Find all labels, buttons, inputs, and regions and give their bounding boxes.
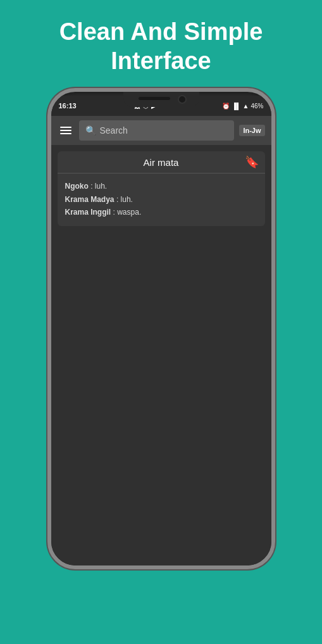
search-icon: 🔍 bbox=[85, 125, 96, 136]
word-title: Air mata bbox=[128, 157, 194, 168]
app-logo: In-Jw bbox=[239, 125, 264, 136]
menu-line-2 bbox=[60, 130, 71, 131]
label-krama-inggil: Krama Inggil bbox=[65, 208, 111, 217]
search-placeholder: Search bbox=[100, 125, 128, 136]
label-ngoko: Ngoko bbox=[65, 182, 89, 191]
value-krama-inggil: : waspa. bbox=[113, 208, 142, 217]
definition-ngoko: Ngoko : luh. bbox=[65, 180, 257, 193]
phone-speaker bbox=[139, 97, 170, 100]
menu-line-1 bbox=[60, 127, 71, 128]
menu-line-3 bbox=[60, 133, 71, 134]
word-definitions: Ngoko : luh. Krama Madya : luh. Krama In… bbox=[58, 174, 265, 226]
battery-text: 46% bbox=[251, 103, 263, 110]
phone-notch bbox=[123, 92, 199, 107]
phone-wrapper: 16:13 🖼 ⬡ ▶ ··· ⏰ ▐▌ ▲ 46% 🔍 bbox=[0, 88, 322, 644]
bookmark-icon[interactable]: 🔖 bbox=[245, 155, 259, 169]
app-bar: 🔍 Search In-Jw bbox=[51, 116, 271, 145]
content-area: Air mata 🔖 Ngoko : luh. Krama Madya : lu… bbox=[51, 145, 271, 565]
search-bar[interactable]: 🔍 Search bbox=[79, 120, 235, 141]
label-krama-madya: Krama Madya bbox=[65, 195, 115, 204]
definition-krama-inggil: Krama Inggil : waspa. bbox=[65, 206, 257, 218]
volume-up-button bbox=[47, 168, 49, 187]
value-ngoko: : luh. bbox=[90, 182, 107, 191]
word-card-header: Air mata 🔖 bbox=[58, 151, 265, 174]
alarm-icon: ⏰ bbox=[222, 103, 230, 110]
word-card: Air mata 🔖 Ngoko : luh. Krama Madya : lu… bbox=[58, 151, 265, 226]
volume-down-button bbox=[47, 194, 49, 226]
status-right: ⏰ ▐▌ ▲ 46% bbox=[222, 103, 263, 110]
menu-button[interactable] bbox=[58, 124, 74, 137]
hero-title: Clean And Simple Interface bbox=[0, 0, 322, 88]
value-krama-madya: : luh. bbox=[116, 195, 133, 204]
wifi-icon: ▲ bbox=[243, 103, 249, 110]
power-button bbox=[274, 180, 275, 218]
phone-device: 16:13 🖼 ⬡ ▶ ··· ⏰ ▐▌ ▲ 46% 🔍 bbox=[47, 88, 275, 569]
phone-camera bbox=[178, 95, 187, 104]
signal-icon: ▐▌ bbox=[232, 103, 240, 110]
definition-krama-madya: Krama Madya : luh. bbox=[65, 193, 257, 206]
status-time: 16:13 bbox=[59, 102, 77, 110]
